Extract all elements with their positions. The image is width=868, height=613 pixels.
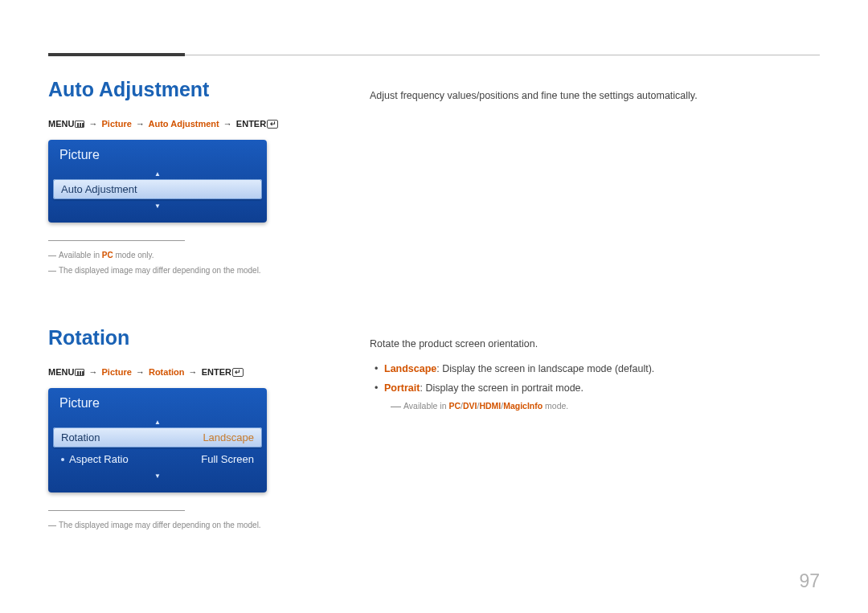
breadcrumb-auto-adjustment-item: Auto Adjustment: [149, 119, 219, 129]
footnote-text: The displayed image may differ depending…: [59, 521, 261, 529]
heading-auto-adjustment: Auto Adjustment: [48, 78, 321, 101]
breadcrumb-auto-adjustment: MENU → Picture → Auto Adjustment → ENTER: [48, 119, 321, 129]
footnote-text: The displayed image may differ depending…: [59, 266, 261, 275]
page-number: 97: [799, 570, 820, 592]
osd-item-rotation[interactable]: Rotation Landscape: [53, 427, 262, 447]
footnote-divider: [48, 510, 185, 511]
osd-title: Picture: [53, 145, 262, 169]
section-rotation: Rotation MENU → Picture → Rotation → ENT…: [48, 326, 820, 533]
osd-panel-rotation: Picture ▲ Rotation Landscape Aspect Rati…: [48, 388, 267, 492]
arrow-icon: →: [189, 367, 198, 377]
arrow-icon: →: [136, 119, 145, 129]
footnote-divider: [48, 240, 185, 241]
rotation-options-list: Landscape: Display the screen in landsca…: [370, 360, 820, 398]
menu-icon: [75, 369, 84, 376]
arrow-icon: →: [223, 119, 232, 129]
subnote-text: Available in: [403, 401, 448, 411]
osd-body: ▲ Rotation Landscape Aspect Ratio Full S…: [53, 417, 262, 483]
bullet-icon: [61, 458, 64, 461]
description-rotation: Rotate the product screen orientation.: [370, 336, 820, 352]
option-term: Landscape: [384, 363, 436, 374]
osd-item-label: Auto Adjustment: [61, 183, 137, 195]
enter-icon: [267, 120, 278, 129]
osd-item-value: Landscape: [203, 431, 254, 443]
option-text: : Display the screen in portrait mode.: [420, 382, 583, 394]
breadcrumb-rotation: MENU → Picture → Rotation → ENTER: [48, 367, 321, 377]
mode-dvi: DVI: [463, 401, 477, 411]
osd-item-label: Aspect Ratio: [61, 453, 129, 465]
footnote-pc-mode: ―Available in PC mode only.: [48, 247, 321, 263]
subnote-available-modes: ―Available in PC/DVI/HDMI/MagicInfo mode…: [370, 400, 820, 412]
arrow-icon: →: [88, 119, 97, 129]
heading-rotation: Rotation: [48, 326, 321, 349]
arrow-icon: →: [88, 367, 97, 377]
header-rule: [48, 55, 820, 55]
option-landscape: Landscape: Display the screen in landsca…: [370, 360, 820, 379]
option-portrait: Portrait: Display the screen in portrait…: [370, 379, 820, 398]
scroll-up-icon[interactable]: ▲: [53, 169, 262, 178]
scroll-down-icon[interactable]: ▼: [53, 471, 262, 480]
osd-title: Picture: [53, 393, 262, 417]
footnote-text: mode only.: [113, 251, 154, 260]
footnote-image-differ: ―The displayed image may differ dependin…: [48, 517, 321, 533]
osd-item-aspect-ratio[interactable]: Aspect Ratio Full Screen: [53, 449, 262, 469]
subnote-text: mode.: [542, 401, 568, 411]
breadcrumb-enter-label: ENTER: [236, 119, 266, 129]
breadcrumb-enter-label: ENTER: [202, 367, 231, 377]
arrow-icon: →: [136, 367, 145, 377]
breadcrumb-picture: Picture: [102, 367, 132, 377]
breadcrumb-menu-label: MENU: [48, 367, 74, 377]
osd-item-value: Full Screen: [201, 453, 254, 465]
section-auto-adjustment: Auto Adjustment MENU → Picture → Auto Ad…: [48, 78, 820, 278]
option-text: : Display the screen in landscape mode (…: [436, 363, 654, 374]
footnote-text: Available in: [59, 251, 102, 260]
footnote-mode: PC: [102, 251, 113, 260]
description-auto-adjustment: Adjust frequency values/positions and fi…: [370, 88, 820, 104]
osd-title-text: Picture: [59, 148, 100, 161]
osd-panel-auto-adjustment: Picture ▲ Auto Adjustment ▼: [48, 140, 267, 223]
osd-title-text: Picture: [59, 396, 100, 410]
footnote-image-differ: ―The displayed image may differ dependin…: [48, 263, 321, 278]
mode-magicinfo: MagicInfo: [503, 401, 542, 411]
osd-item-auto-adjustment[interactable]: Auto Adjustment: [53, 179, 262, 199]
breadcrumb-picture: Picture: [102, 119, 132, 129]
manual-page: Auto Adjustment MENU → Picture → Auto Ad…: [0, 0, 868, 613]
breadcrumb-rotation-item: Rotation: [149, 367, 185, 377]
osd-body: ▲ Auto Adjustment ▼: [53, 169, 262, 213]
enter-icon: [232, 368, 244, 377]
menu-icon: [75, 121, 84, 128]
mode-hdmi: HDMI: [479, 401, 501, 411]
mode-pc: PC: [448, 401, 461, 411]
osd-item-label: Rotation: [61, 431, 100, 443]
option-term: Portrait: [384, 382, 420, 394]
breadcrumb-menu-label: MENU: [48, 119, 74, 129]
scroll-up-icon[interactable]: ▲: [53, 417, 262, 426]
scroll-down-icon[interactable]: ▼: [53, 201, 262, 210]
